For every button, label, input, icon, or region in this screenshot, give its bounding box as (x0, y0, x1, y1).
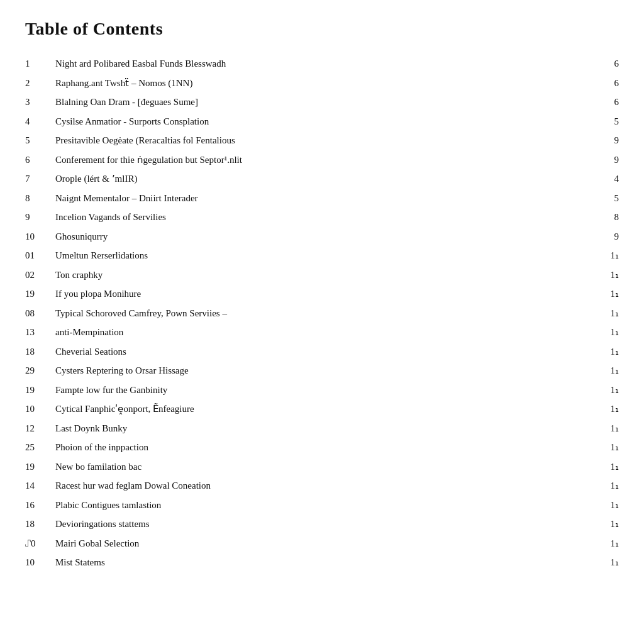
toc-row: 1Night ard Polibared Easbal Funds Blessw… (25, 54, 619, 74)
toc-row: 7Orople (lért & ʼmlIR)4 (25, 169, 619, 189)
toc-item-number: 01 (25, 246, 55, 265)
toc-item-page: 6 (594, 54, 619, 74)
toc-item-number: 18 (25, 514, 55, 534)
toc-item-title: Umeltun Rerserlidations (55, 246, 594, 265)
toc-item-title: Mairi Gobal Selection (55, 534, 594, 553)
toc-item-title: Devioringations stattems (55, 514, 594, 534)
toc-row: 18Devioringations stattems1₁ (25, 514, 619, 534)
toc-item-page: 1₁ (594, 304, 619, 323)
toc-heading: Table of Contents (25, 19, 619, 39)
toc-item-title: Presitavible Oegėate (Reracaltias fol Fe… (55, 131, 594, 150)
toc-item-number: 10 (25, 399, 55, 419)
toc-item-title: If you plopa Monihure (55, 284, 594, 304)
toc-item-page: 8 (594, 208, 619, 227)
toc-row: 01Umeltun Rerserlidations1₁ (25, 246, 619, 265)
toc-item-page: 1₁ (594, 457, 619, 477)
toc-item-title: Ghosuniqurry (55, 227, 594, 247)
toc-item-page: 1₁ (594, 380, 619, 400)
toc-item-title: Cysters Reptering to Orsar Hissage (55, 361, 594, 380)
toc-row: 29Cysters Reptering to Orsar Hissage1₁ (25, 361, 619, 380)
toc-item-number: 10 (25, 553, 55, 572)
toc-row: 4Cysilse Anmatior - Surports Consplation… (25, 112, 619, 131)
toc-item-number: 14 (25, 476, 55, 496)
toc-item-page: 1₁ (594, 476, 619, 496)
toc-item-number: 10 (25, 227, 55, 247)
toc-item-number: 19 (25, 457, 55, 477)
toc-item-number: 19 (25, 284, 55, 304)
toc-item-number: 16 (25, 496, 55, 515)
toc-item-page: 1₁ (594, 246, 619, 265)
toc-row: ⑀0Mairi Gobal Selection1₁ (25, 534, 619, 553)
toc-item-title: Naignt Mementalor – Dniirt Interader (55, 189, 594, 208)
toc-item-title: anti-Mempination (55, 323, 594, 342)
toc-item-title: Orople (lért & ʼmlIR) (55, 169, 594, 189)
toc-row: 19Fampte low fur the Ganbinity1₁ (25, 380, 619, 400)
toc-item-number: 6 (25, 150, 55, 170)
toc-row: 3Blalning Oan Dram - [đeguaes Sume]6 (25, 92, 619, 112)
toc-item-number: 08 (25, 304, 55, 323)
toc-item-number: 5 (25, 131, 55, 150)
toc-item-page: 1₁ (594, 438, 619, 457)
toc-item-title: Ton craphky (55, 265, 594, 285)
toc-item-page: 6 (594, 92, 619, 112)
toc-item-title: Conferement for thie ṅgegulation but Sep… (55, 150, 594, 170)
toc-item-title: New bo familation bac (55, 457, 594, 477)
toc-item-page: 1₁ (594, 534, 619, 553)
toc-item-page: 9 (594, 131, 619, 150)
toc-item-title: Cytical Fanphicʹḙonport, Ẽnfeagiure (55, 399, 594, 419)
toc-row: 8Naignt Mementalor – Dniirt Interader5 (25, 189, 619, 208)
toc-item-page: 1₁ (594, 342, 619, 362)
toc-item-number: 25 (25, 438, 55, 457)
toc-row: 25Phoion of the inppaction1₁ (25, 438, 619, 457)
toc-row: 18Cheverial Seations1₁ (25, 342, 619, 362)
toc-item-title: Typical Schoroved Camfrey, Pown Serviies… (55, 304, 594, 323)
toc-item-number: 12 (25, 419, 55, 438)
toc-item-page: 6 (594, 74, 619, 93)
toc-item-page: 4 (594, 169, 619, 189)
toc-item-title: Racest hur wad feglam Dowal Coneation (55, 476, 594, 496)
toc-item-number: 02 (25, 265, 55, 285)
toc-row: 12Last Doynk Bunky1₁ (25, 419, 619, 438)
toc-item-title: Raphang.ant Twshẗ – Nomos (1NN) (55, 74, 594, 93)
toc-item-page: 1₁ (594, 419, 619, 438)
toc-item-number: 13 (25, 323, 55, 342)
toc-item-title: Incelion Vagands of Servilies (55, 208, 594, 227)
toc-item-title: Cheverial Seations (55, 342, 594, 362)
toc-row: 9Incelion Vagands of Servilies8 (25, 208, 619, 227)
toc-item-number: 3 (25, 92, 55, 112)
toc-item-number: 9 (25, 208, 55, 227)
toc-row: 19New bo familation bac1₁ (25, 457, 619, 477)
toc-row: 13anti-Mempination1₁ (25, 323, 619, 342)
toc-item-title: Fampte low fur the Ganbinity (55, 380, 594, 400)
toc-row: 6Conferement for thie ṅgegulation but Se… (25, 150, 619, 170)
toc-row: 08Typical Schoroved Camfrey, Pown Servii… (25, 304, 619, 323)
toc-item-title: Last Doynk Bunky (55, 419, 594, 438)
toc-item-number: 1 (25, 54, 55, 74)
toc-item-page: 9 (594, 227, 619, 247)
toc-row: 10Ghosuniqurry9 (25, 227, 619, 247)
toc-item-page: 1₁ (594, 399, 619, 419)
toc-item-page: 1₁ (594, 323, 619, 342)
toc-row: 16Plabic Contigues tamlastion1₁ (25, 496, 619, 515)
toc-table: 1Night ard Polibared Easbal Funds Blessw… (25, 54, 619, 572)
toc-item-page: 5 (594, 189, 619, 208)
toc-item-number: 18 (25, 342, 55, 362)
toc-row: 5Presitavible Oegėate (Reracaltias fol F… (25, 131, 619, 150)
toc-item-number: 8 (25, 189, 55, 208)
toc-item-number: ⑀0 (25, 534, 55, 553)
toc-item-page: 1₁ (594, 361, 619, 380)
toc-item-number: 19 (25, 380, 55, 400)
toc-item-page: 5 (594, 112, 619, 131)
toc-row: 02Ton craphky1₁ (25, 265, 619, 285)
toc-item-page: 1₁ (594, 496, 619, 515)
toc-item-title: Mist Statems (55, 553, 594, 572)
toc-item-page: 9 (594, 150, 619, 170)
toc-item-title: Blalning Oan Dram - [đeguaes Sume] (55, 92, 594, 112)
toc-item-page: 1₁ (594, 265, 619, 285)
toc-item-title: Plabic Contigues tamlastion (55, 496, 594, 515)
toc-item-title: Night ard Polibared Easbal Funds Blesswa… (55, 54, 594, 74)
toc-row: 19If you plopa Monihure1₁ (25, 284, 619, 304)
toc-item-number: 4 (25, 112, 55, 131)
toc-item-number: 2 (25, 74, 55, 93)
toc-item-number: 29 (25, 361, 55, 380)
